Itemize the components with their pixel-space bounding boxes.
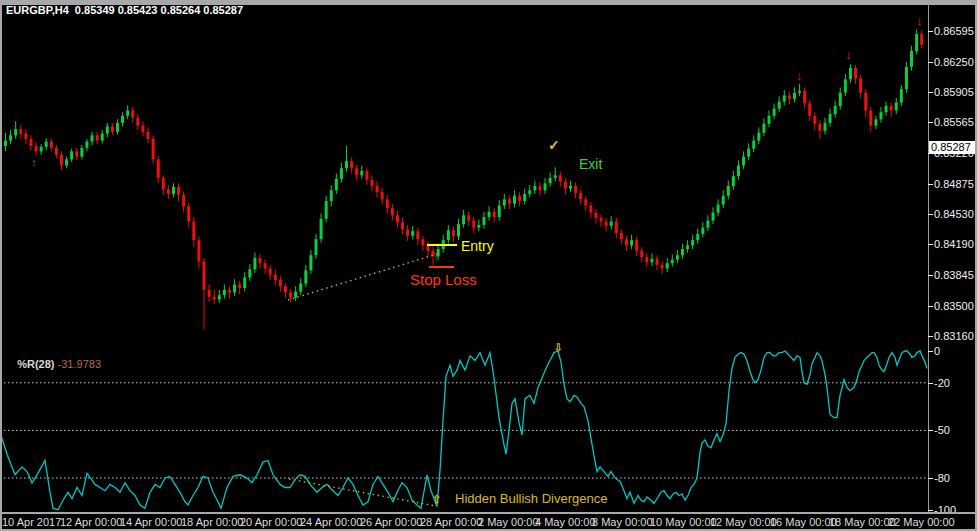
mt4-chart-window: EURGBP,H4 0.85349 0.85423 0.85264 0.8528… (0, 0, 977, 531)
bull-candle (752, 141, 755, 149)
bear-candle (401, 222, 404, 229)
entry-price-line[interactable] (427, 244, 457, 246)
bear-candle (620, 233, 623, 239)
exit-checkmark-icon[interactable]: ✓ (548, 138, 560, 152)
candlestick-plot[interactable] (0, 0, 928, 340)
price-axis-tick (928, 62, 933, 63)
time-axis-label: 10 Apr 2017 (2, 516, 61, 528)
time-axis-label: 22 May 00:00 (888, 516, 955, 528)
bull-candle (126, 110, 129, 115)
bull-candle (910, 51, 913, 67)
bull-candle (778, 102, 781, 109)
bull-candle (712, 213, 715, 221)
bear-candle (141, 126, 144, 132)
bear-candle (813, 116, 816, 124)
sell-arrow-icon: ↓ (796, 69, 803, 82)
bear-candle (584, 199, 587, 205)
bear-candle (559, 175, 562, 181)
bear-candle (508, 199, 511, 203)
bull-candle (411, 231, 414, 235)
stop-loss-price-line[interactable] (429, 266, 454, 268)
price-axis-tick (928, 92, 933, 93)
bull-candle (320, 219, 323, 239)
wpr-indicator-plot[interactable] (0, 344, 928, 512)
bear-candle (274, 275, 277, 280)
bear-candle (386, 199, 389, 208)
price-axis-tick (928, 214, 933, 215)
bull-candle (330, 190, 333, 201)
bull-candle (248, 269, 251, 277)
divergence-high-arrow-icon: ⇩ (554, 343, 562, 353)
bull-candle (717, 205, 720, 213)
bear-candle (452, 230, 455, 236)
price-axis-label: 0.84875 (934, 178, 974, 190)
bear-candle (656, 259, 659, 265)
bear-candle (355, 168, 358, 175)
bull-candle (498, 205, 501, 217)
bull-candle (829, 114, 832, 123)
bull-candle (325, 201, 328, 219)
bull-candle (834, 106, 837, 114)
bull-candle (762, 124, 765, 133)
bear-candle (162, 178, 165, 190)
price-axis-tick (928, 306, 933, 307)
bull-candle (223, 290, 226, 295)
bear-candle (19, 129, 22, 133)
bear-candle (167, 189, 170, 193)
bull-candle (447, 230, 450, 240)
bull-candle (462, 215, 465, 224)
bull-candle (482, 217, 485, 225)
bull-candle (823, 123, 826, 131)
bull-candle (45, 142, 48, 147)
bear-candle (24, 134, 27, 139)
price-axis-line (928, 2, 929, 512)
bear-candle (55, 148, 58, 155)
time-axis-label: 24 Apr 00:00 (300, 516, 362, 528)
bull-candle (233, 285, 236, 293)
bull-candle (727, 186, 730, 196)
wpr-axis-label: -100 (934, 504, 956, 516)
bear-candle (416, 231, 419, 239)
bear-candle (859, 79, 862, 93)
bear-candle (605, 221, 608, 225)
sell-arrow-icon: ↓ (156, 160, 163, 173)
bull-candle (798, 91, 801, 93)
bear-candle (269, 269, 272, 275)
buy-arrow-icon: ↑ (31, 157, 37, 169)
entry-label[interactable]: Entry (461, 238, 494, 254)
bull-candle (671, 260, 674, 264)
bear-candle (35, 146, 38, 151)
time-axis-label: 18 May 00:00 (829, 516, 896, 528)
time-axis-label: 16 May 00:00 (770, 516, 837, 528)
bear-candle (381, 192, 384, 199)
bull-candle (742, 157, 745, 166)
bull-candle (773, 109, 776, 116)
wpr-axis-label: 0 (934, 345, 940, 357)
bull-candle (915, 34, 918, 51)
bull-candle (686, 245, 689, 249)
bull-candle (488, 212, 491, 217)
price-axis-tick (928, 122, 933, 123)
bull-candle (309, 255, 312, 270)
wpr-axis-tick (928, 383, 933, 384)
bull-candle (874, 119, 877, 125)
hidden-bullish-divergence-label[interactable]: Hidden Bullish Divergence (455, 491, 607, 506)
time-axis-label: 2 May 00:00 (478, 516, 539, 528)
bull-candle (477, 225, 480, 228)
bull-candle (696, 234, 699, 240)
bull-candle (345, 161, 348, 168)
bull-candle (681, 249, 684, 255)
bull-candle (549, 178, 552, 183)
bull-candle (503, 199, 506, 205)
stop-loss-label[interactable]: Stop Loss (410, 271, 477, 288)
bull-candle (783, 95, 786, 101)
time-axis-label: 4 May 00:00 (535, 516, 596, 528)
price-axis-label: 0.85905 (934, 86, 974, 98)
wpr-axis-tick (928, 351, 933, 352)
exit-label[interactable]: Exit (579, 156, 602, 172)
bull-candle (747, 149, 750, 157)
bear-candle (259, 258, 262, 263)
bear-candle (111, 126, 114, 131)
bear-candle (538, 186, 541, 190)
bull-candle (121, 116, 124, 123)
